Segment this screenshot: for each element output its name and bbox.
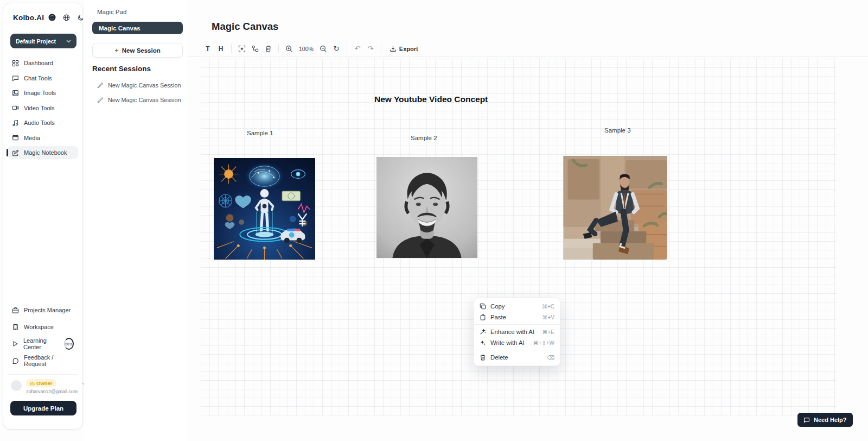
context-menu-label: Paste — [490, 314, 506, 320]
canvas-image-portrait[interactable] — [376, 157, 478, 258]
sidebar-item-label: Dashboard — [24, 60, 53, 66]
canvas-label-sample-3[interactable]: Sample 3 — [604, 127, 631, 134]
music-note-icon — [12, 119, 19, 127]
heading-tool-button[interactable]: H — [214, 43, 227, 55]
sidebar-item-label: Image Tools — [24, 90, 56, 96]
sidebar-item-dashboard[interactable]: Dashboard — [8, 56, 78, 70]
sidebar-item-feedback[interactable]: Feedback / Request — [8, 354, 78, 368]
text-tool-button[interactable]: T — [201, 43, 214, 55]
session-item-label: New Magic Canvas Session — [108, 82, 181, 89]
chevron-down-icon — [66, 40, 71, 43]
zoom-in-icon — [285, 45, 293, 53]
context-menu-divider — [474, 350, 560, 350]
sidebar: Kolbo.AI Default Project Dashboard Chat … — [3, 3, 83, 430]
learning-progress-ring: 66% — [64, 338, 74, 350]
canvas-text-title[interactable]: New Youtube Video Concept — [374, 94, 488, 104]
context-menu: Copy ⌘+C Paste ⌘+V Enhance with AI ⌘+E W… — [474, 298, 560, 366]
upgrade-plan-button[interactable]: Upgrade Plan — [10, 401, 76, 415]
sidebar-item-chat-tools[interactable]: Chat Tools — [8, 72, 78, 85]
tab-magic-canvas[interactable]: Magic Canvas — [92, 22, 183, 34]
user-account[interactable]: Owner zoharvan12@gmail.com — [8, 374, 78, 394]
tab-magic-canvas-label: Magic Canvas — [99, 25, 141, 32]
zoom-out-button[interactable] — [317, 43, 330, 55]
need-help-label: Need Help? — [814, 417, 847, 423]
sparkles-icon — [480, 339, 486, 346]
upgrade-plan-label: Upgrade Plan — [23, 405, 63, 412]
sidebar-item-audio-tools[interactable]: Audio Tools — [8, 116, 78, 129]
sidebar-item-media[interactable]: Media — [8, 131, 78, 144]
page-title: Magic Canvas — [212, 21, 278, 33]
pencil-icon — [97, 82, 104, 89]
zoom-in-button[interactable] — [283, 43, 296, 55]
recent-sessions-heading: Recent Sessions — [92, 65, 151, 73]
reset-view-button[interactable]: ↻ — [330, 43, 343, 55]
context-menu-label: Write with AI — [490, 339, 525, 346]
context-menu-shortcut: ⌫ — [547, 355, 554, 361]
context-menu-divider — [474, 324, 560, 325]
context-menu-shortcut: ⌘+V — [542, 314, 554, 320]
image-icon — [12, 90, 19, 97]
owner-badge: Owner — [26, 379, 56, 387]
context-menu-label: Copy — [490, 303, 505, 310]
need-help-button[interactable]: Need Help? — [797, 413, 853, 427]
project-selector-label: Default Project — [16, 38, 56, 45]
canvas-toolbar: T H 100% ↻ ↶ ↷ Export — [188, 41, 868, 56]
language-globe-icon[interactable] — [63, 14, 70, 21]
zoom-level: 100% — [299, 46, 314, 52]
sidebar-item-projects-manager[interactable]: Projects Manager — [8, 303, 78, 317]
context-menu-item-delete[interactable]: Delete ⌫ — [474, 352, 560, 363]
notebook-pencil-icon — [12, 149, 19, 156]
undo-button[interactable]: ↶ — [351, 43, 364, 55]
undo-icon: ↶ — [354, 45, 360, 53]
learning-progress-value: 66% — [65, 342, 72, 346]
export-button[interactable]: Export — [390, 45, 418, 52]
ai-enhance-tool-button[interactable] — [235, 43, 248, 55]
pencil-icon — [97, 97, 104, 103]
canvas-label-sample-2[interactable]: Sample 2 — [411, 135, 437, 141]
sidebar-item-learning-center[interactable]: Learning Center 66% — [8, 337, 78, 351]
copy-icon — [480, 303, 486, 310]
trash-icon — [480, 354, 486, 361]
dark-mode-moon-icon[interactable] — [78, 15, 84, 21]
context-menu-item-copy[interactable]: Copy ⌘+C — [474, 301, 560, 312]
sidebar-item-label: Video Tools — [24, 105, 54, 111]
shapes-flow-tool-button[interactable] — [248, 43, 261, 55]
app-logo: Kolbo.AI — [13, 14, 44, 22]
feedback-bubble-icon — [12, 357, 19, 364]
sidebar-item-label: Media — [24, 135, 40, 141]
sidebar-item-magic-notebook[interactable]: Magic Notebook — [8, 146, 78, 159]
text-tool-glyph: T — [206, 45, 209, 53]
toolbar-divider — [347, 45, 347, 53]
canvas-image-man-on-ruins[interactable] — [563, 156, 667, 260]
sidebar-item-label: Audio Tools — [24, 119, 55, 126]
canvas-image-ai-robot[interactable] — [214, 158, 315, 260]
video-camera-icon — [12, 104, 19, 111]
context-menu-item-paste[interactable]: Paste ⌘+V — [474, 312, 560, 323]
redo-button[interactable]: ↷ — [364, 43, 377, 55]
delete-tool-button[interactable] — [261, 43, 275, 55]
session-item-label: New Magic Canvas Session — [108, 97, 181, 103]
sidebar-item-workspace[interactable]: Workspace — [8, 320, 78, 334]
new-session-button[interactable]: + New Session — [92, 43, 183, 58]
brain-logo-icon — [48, 13, 57, 22]
project-selector[interactable]: Default Project — [10, 34, 76, 48]
tab-magic-pad[interactable]: Magic Pad — [97, 9, 126, 15]
ai-scan-sparkle-icon — [238, 45, 246, 53]
context-menu-shortcut: ⌘+C — [542, 304, 554, 310]
session-list-item[interactable]: New Magic Canvas Session — [97, 82, 181, 89]
session-list-item[interactable]: New Magic Canvas Session — [97, 97, 181, 103]
sidebar-item-label: Chat Tools — [24, 75, 52, 81]
sidebar-nav: Dashboard Chat Tools Image Tools Video T… — [8, 56, 78, 161]
plus-icon: + — [114, 46, 119, 54]
flow-shapes-icon — [252, 45, 259, 52]
context-menu-item-enhance-with-ai[interactable]: Enhance with AI ⌘+E — [474, 326, 560, 337]
canvas-label-sample-1[interactable]: Sample 1 — [247, 130, 273, 136]
sidebar-item-label: Magic Notebook — [24, 149, 67, 156]
context-menu-item-write-with-ai[interactable]: Write with AI ⌘+⇧+W — [474, 337, 560, 348]
toolbar-divider — [381, 45, 381, 53]
sidebar-item-image-tools[interactable]: Image Tools — [8, 86, 78, 99]
crown-icon — [30, 381, 35, 386]
sidebar-item-video-tools[interactable]: Video Tools — [8, 102, 78, 115]
context-menu-label: Delete — [490, 354, 508, 361]
briefcase-icon — [12, 307, 19, 314]
